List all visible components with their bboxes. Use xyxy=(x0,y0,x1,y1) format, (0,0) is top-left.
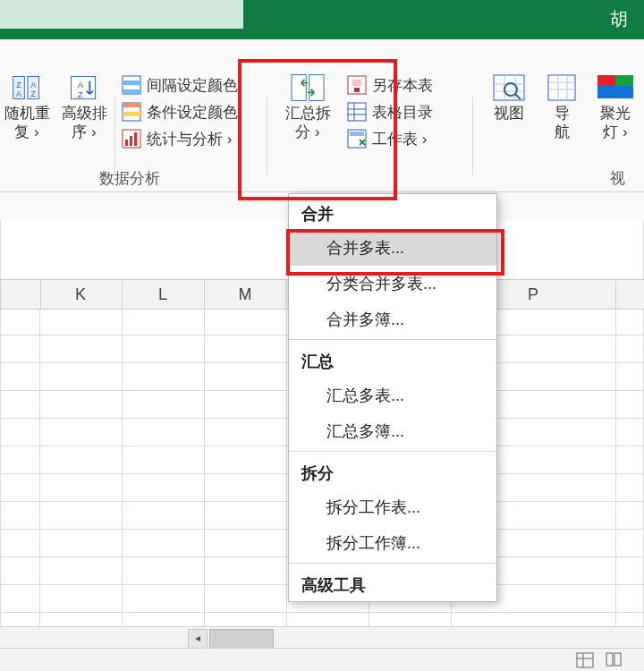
svg-rect-17 xyxy=(130,136,132,146)
ribbon-sheet-tools-group: 另存本表 表格目录 工作表 › xyxy=(347,72,463,188)
ribbon-btn-conditional-color-label: 条件设定颜色 xyxy=(147,102,238,123)
spotlight-icon xyxy=(596,72,635,104)
status-bar xyxy=(0,648,644,671)
catalog-icon xyxy=(347,102,367,122)
ribbon-btn-save-sheet-label: 另存本表 xyxy=(372,75,433,96)
ribbon-btn-navigate-label-2: 航 xyxy=(540,123,583,141)
svg-rect-10 xyxy=(123,81,140,85)
ribbon-btn-interval-color[interactable]: 间隔设定颜色 xyxy=(122,72,256,98)
svg-rect-14 xyxy=(123,112,140,116)
conditional-color-icon xyxy=(122,102,141,122)
ribbon-btn-conditional-color[interactable]: 条件设定颜色 xyxy=(122,98,256,125)
svg-text:A: A xyxy=(78,80,84,89)
svg-text:Z: Z xyxy=(78,89,83,99)
svg-rect-46 xyxy=(606,653,613,666)
scroll-left-button[interactable]: ◂ xyxy=(188,629,208,649)
sort-shuffle-icon: ZAAZ xyxy=(10,72,44,104)
interval-color-icon xyxy=(122,75,141,95)
title-text: 胡 xyxy=(610,7,628,31)
menu-section-split: 拆分 xyxy=(289,454,496,489)
view-page-icon[interactable] xyxy=(605,652,623,668)
menu-item-merge-sheets-by-category[interactable]: 分类合并多表... xyxy=(289,266,496,302)
summary-split-icon xyxy=(290,72,326,104)
advanced-sort-icon: AZ xyxy=(67,72,101,104)
menu-item-merge-sheets[interactable]: 合并多表... xyxy=(289,230,496,266)
svg-text:A: A xyxy=(16,89,21,98)
menu-separator xyxy=(289,563,496,564)
svg-rect-43 xyxy=(577,653,593,667)
svg-rect-18 xyxy=(134,132,137,146)
svg-rect-47 xyxy=(614,653,621,666)
ribbon-group-label-data-analysis: 数据分析 xyxy=(0,168,259,189)
ribbon-separator-3 xyxy=(472,97,473,175)
ribbon-btn-view-label: 视图 xyxy=(483,104,535,123)
ribbon-btn-summary-split-label-2: 分 › xyxy=(275,123,340,141)
ribbon-separator xyxy=(114,97,115,175)
ribbon-btn-save-sheet[interactable]: 另存本表 xyxy=(347,72,463,98)
svg-text:Z: Z xyxy=(30,89,36,98)
stats-icon xyxy=(122,129,141,149)
menu-section-advanced-tools: 高级工具 xyxy=(289,565,496,601)
svg-rect-41 xyxy=(597,86,633,98)
worksheet-icon xyxy=(347,129,367,149)
svg-rect-11 xyxy=(123,89,140,94)
ribbon-btn-random-reorder-label-2: 复 › xyxy=(0,123,54,141)
titlebar: 胡 xyxy=(0,0,644,39)
menu-item-summary-sheets[interactable]: 汇总多表... xyxy=(289,378,496,413)
save-sheet-icon xyxy=(347,75,367,95)
col-header-M[interactable]: M xyxy=(204,280,287,309)
svg-text:A: A xyxy=(30,81,36,89)
svg-rect-28 xyxy=(494,75,524,100)
ribbon-body: ZAAZ 随机重 复 › AZ 高级排 序 › 间隔设定颜色 xyxy=(0,72,644,188)
ribbon-btn-worksheet-label: 工作表 › xyxy=(372,129,427,149)
ribbon-separator-2 xyxy=(267,97,267,175)
ribbon-btn-spotlight-label-1: 聚光 xyxy=(589,104,642,123)
col-header-K[interactable]: K xyxy=(39,280,123,309)
ribbon-btn-worksheet[interactable]: 工作表 › xyxy=(347,125,463,152)
ribbon-btn-navigate[interactable]: 导 航 xyxy=(540,72,583,188)
ribbon-btn-sheet-catalog[interactable]: 表格目录 xyxy=(347,98,463,125)
ribbon-btn-navigate-label-1: 导 xyxy=(540,104,583,123)
menu-item-merge-workbooks[interactable]: 合并多簿... xyxy=(289,302,496,337)
menu-section-merge: 合并 xyxy=(289,194,496,230)
ribbon-bottom-divider xyxy=(0,191,644,192)
ribbon-btn-stats-analysis-label: 统计与分析 › xyxy=(147,129,232,149)
ribbon-btn-summary-split-label-1: 汇总拆 xyxy=(275,104,340,123)
col-header-L[interactable]: L xyxy=(122,280,205,309)
view-normal-icon[interactable] xyxy=(576,652,594,668)
ribbon-btn-summary-split[interactable]: 汇总拆 分 › xyxy=(275,72,340,188)
menu-item-summary-workbooks[interactable]: 汇总多簿... xyxy=(289,413,496,449)
ribbon-btn-spotlight-label-2: 灯 › xyxy=(589,123,642,141)
ribbon-group-label-view: 视 xyxy=(590,168,644,189)
horizontal-scrollbar[interactable]: ◂ xyxy=(0,626,644,649)
scroll-thumb[interactable] xyxy=(209,629,274,649)
svg-rect-35 xyxy=(548,75,575,100)
svg-rect-42 xyxy=(615,75,633,86)
svg-rect-16 xyxy=(125,140,128,146)
menu-separator xyxy=(289,451,496,452)
svg-rect-13 xyxy=(123,103,140,107)
svg-rect-27 xyxy=(350,132,364,136)
view-icon xyxy=(491,72,527,104)
svg-rect-22 xyxy=(348,103,366,121)
svg-rect-20 xyxy=(309,75,324,101)
menu-item-split-worksheet[interactable]: 拆分工作表... xyxy=(289,489,496,525)
svg-rect-19 xyxy=(292,75,306,101)
app-window: 胡 ZAAZ 随机重 复 › AZ 高级排 序 › xyxy=(0,0,644,671)
ribbon-btn-stats-analysis[interactable]: 统计与分析 › xyxy=(122,125,256,152)
menu-separator xyxy=(289,339,496,340)
ribbon-btn-sheet-catalog-label: 表格目录 xyxy=(372,102,433,123)
active-ribbon-tab-strip xyxy=(0,0,243,29)
menu-item-split-workbook[interactable]: 拆分工作簿... xyxy=(289,525,496,561)
svg-text:Z: Z xyxy=(16,81,21,89)
summary-split-menu: 合并 合并多表... 分类合并多表... 合并多簿... 汇总 汇总多表... … xyxy=(288,193,497,602)
col-header-Q[interactable] xyxy=(615,280,644,309)
ribbon-btn-advanced-sort-label-2: 序 › xyxy=(54,123,114,141)
ribbon-btn-interval-color-label: 间隔设定颜色 xyxy=(147,75,238,96)
ribbon-btn-view[interactable]: 视图 xyxy=(483,72,535,188)
menu-section-summary: 汇总 xyxy=(289,342,496,378)
ribbon-btn-advanced-sort-label-1: 高级排 xyxy=(54,104,114,123)
ribbon-btn-random-reorder-label-1: 随机重 xyxy=(0,104,54,123)
col-header-blank[interactable] xyxy=(0,280,41,309)
navigate-icon xyxy=(544,72,580,104)
